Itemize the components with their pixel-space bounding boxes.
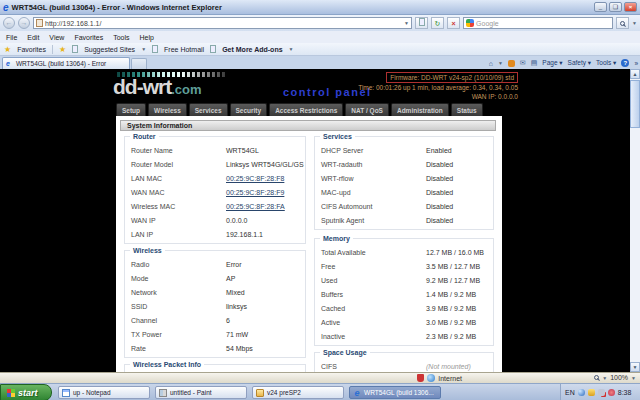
search-input[interactable]: Google xyxy=(463,17,613,29)
tab-administration[interactable]: Administration xyxy=(391,103,449,116)
scroll-down-icon[interactable]: ▼ xyxy=(630,362,640,372)
table-row: NetworkMixed xyxy=(125,285,305,299)
chevron-down-icon[interactable]: ▼ xyxy=(602,375,607,381)
safety-menu-button[interactable]: Safety ▾ xyxy=(568,59,592,67)
table-row: LAN IP192.168.1.1 xyxy=(125,227,305,241)
table-row: WAN MAC00:25:9C:8F:28:F9 xyxy=(125,185,305,199)
favorites-star-icon: ★ xyxy=(4,45,11,54)
chevron-overflow-icon[interactable]: » xyxy=(634,60,638,67)
paint-icon xyxy=(159,389,167,397)
tab-nat-qos[interactable]: NAT / QoS xyxy=(345,103,389,116)
table-row: Used9.2 MB / 12.7 MB xyxy=(315,273,493,287)
refresh-button[interactable]: ↻ xyxy=(431,17,444,29)
window-title: WRT54GL (build 13064) - Error - Windows … xyxy=(12,3,222,12)
tray-network-icon[interactable] xyxy=(578,389,585,396)
address-input[interactable]: http://192.168.1.1/ ▼ xyxy=(33,17,412,29)
menu-help[interactable]: Help xyxy=(140,34,154,41)
table-row: SSIDlinksys xyxy=(125,299,305,313)
taskbar-item-paint[interactable]: untitled - Paint xyxy=(155,386,247,399)
get-addons-button[interactable]: Get More Add-ons xyxy=(222,46,282,53)
page-title: System Information xyxy=(120,120,496,131)
tray-disconnect-icon[interactable] xyxy=(598,389,605,396)
table-row: WRT-rflowDisabled xyxy=(315,171,493,185)
search-options-icon[interactable]: ▼ xyxy=(632,20,637,26)
add-favorite-star-icon[interactable]: ★ xyxy=(59,45,66,54)
page-menu-button[interactable]: Page ▾ xyxy=(542,59,562,67)
scroll-up-icon[interactable]: ▲ xyxy=(630,69,640,79)
table-row: Rate54 Mbps xyxy=(125,341,305,355)
search-button[interactable] xyxy=(616,17,629,29)
chevron-down-icon[interactable]: ▼ xyxy=(498,60,503,66)
zone-globe-icon xyxy=(427,374,435,382)
tab-services[interactable]: Services xyxy=(189,103,228,116)
router-legend: Router xyxy=(130,133,159,140)
address-bar: ← → http://192.168.1.1/ ▼ ↻ × Google ▼ xyxy=(0,15,640,31)
taskbar-item-notepad[interactable]: up - Notepad xyxy=(58,386,150,399)
space-usage-legend: Space Usage xyxy=(320,349,370,356)
help-icon[interactable]: ? xyxy=(621,59,629,67)
wan-mac-link[interactable]: 00:25:9C:8F:28:F9 xyxy=(226,189,284,196)
magnifier-icon xyxy=(620,21,625,26)
ie-icon: e xyxy=(353,389,361,397)
tab-setup[interactable]: Setup xyxy=(116,103,146,116)
security-report-icon[interactable] xyxy=(417,374,424,382)
favorites-button[interactable]: Favorites xyxy=(17,46,46,53)
address-dropdown-icon[interactable]: ▼ xyxy=(404,20,409,26)
menu-tools[interactable]: Tools xyxy=(113,34,129,41)
chevron-down-icon[interactable]: ▼ xyxy=(631,375,636,381)
menu-bar: File Edit View Favorites Tools Help xyxy=(0,31,640,43)
windows-flag-icon xyxy=(7,389,15,397)
free-hotmail-button[interactable]: Free Hotmail xyxy=(164,46,204,53)
minimize-button[interactable]: _ xyxy=(594,2,607,12)
tab-security[interactable]: Security xyxy=(230,103,268,116)
uptime-load-text: Time: 00:01:26 up 1 min, load average: 0… xyxy=(358,83,518,92)
close-button[interactable]: × xyxy=(624,2,637,12)
tab-access-restrictions[interactable]: Access Restrictions xyxy=(269,103,343,116)
zoom-controls: ▼ 100% ▼ xyxy=(594,374,636,381)
zoom-level[interactable]: 100% xyxy=(610,374,628,381)
tray-update-icon[interactable] xyxy=(588,389,595,396)
tools-menu-button[interactable]: Tools ▾ xyxy=(596,59,616,67)
menu-edit[interactable]: Edit xyxy=(27,34,39,41)
compatibility-view-button[interactable] xyxy=(415,17,428,29)
browser-tab[interactable]: e WRT54GL (build 13064) - Error xyxy=(2,57,130,69)
tray-alert-icon[interactable] xyxy=(608,389,615,396)
print-icon[interactable]: ▤ xyxy=(531,59,538,67)
new-tab-stub[interactable] xyxy=(131,58,147,69)
taskbar-item-ie[interactable]: e WRT54GL (build 1306... xyxy=(349,386,441,399)
lan-mac-link[interactable]: 00:25:9C:8F:28:F8 xyxy=(226,175,284,182)
restore-button[interactable]: ❏ xyxy=(609,2,622,12)
forward-button[interactable]: → xyxy=(18,17,30,29)
table-row: Free3.5 MB / 12.7 MB xyxy=(315,259,493,273)
zoom-magnifier-icon[interactable] xyxy=(594,375,599,380)
tab-wireless[interactable]: Wireless xyxy=(148,103,187,116)
firmware-version-badge: Firmware: DD-WRT v24-sp2 (10/10/09) std xyxy=(386,72,518,83)
taskbar-item-folder[interactable]: v24 preSP2 xyxy=(252,386,344,399)
read-mail-icon[interactable]: ✉ xyxy=(520,59,526,67)
tab-status[interactable]: Status xyxy=(451,103,483,116)
back-button[interactable]: ← xyxy=(3,17,15,29)
tab-favicon-icon: e xyxy=(6,60,10,67)
logo-main-text: dd-wrt xyxy=(113,75,171,98)
home-icon[interactable]: ⌂ xyxy=(489,60,493,67)
stop-button[interactable]: × xyxy=(447,17,460,29)
chevron-down-icon[interactable]: ▼ xyxy=(289,46,294,52)
clock[interactable]: 8:38 xyxy=(618,389,632,396)
dd-wrt-nav-tabs: Setup Wireless Services Security Access … xyxy=(116,103,483,116)
menu-file[interactable]: File xyxy=(6,34,17,41)
dd-wrt-logo: dd-wrt.com xyxy=(113,75,202,99)
suggested-sites-button[interactable]: Suggested Sites xyxy=(84,46,135,53)
chevron-down-icon[interactable]: ▼ xyxy=(141,46,146,52)
feeds-icon[interactable] xyxy=(508,60,515,67)
wireless-mac-link[interactable]: 00:25:9C:8F:28:FA xyxy=(226,203,285,210)
table-row: Channel6 xyxy=(125,313,305,327)
favorites-bar: ★ Favorites ★ Suggested Sites ▼ Free Hot… xyxy=(0,43,640,56)
scrollbar-thumb[interactable] xyxy=(630,80,640,128)
table-row: TX Power71 mW xyxy=(125,327,305,341)
page-scrollbar[interactable]: ▲ ▼ xyxy=(630,69,640,372)
language-indicator[interactable]: EN xyxy=(565,389,575,396)
start-button[interactable]: start xyxy=(0,384,52,400)
menu-favorites[interactable]: Favorites xyxy=(74,34,103,41)
table-row: ModeAP xyxy=(125,271,305,285)
menu-view[interactable]: View xyxy=(49,34,64,41)
